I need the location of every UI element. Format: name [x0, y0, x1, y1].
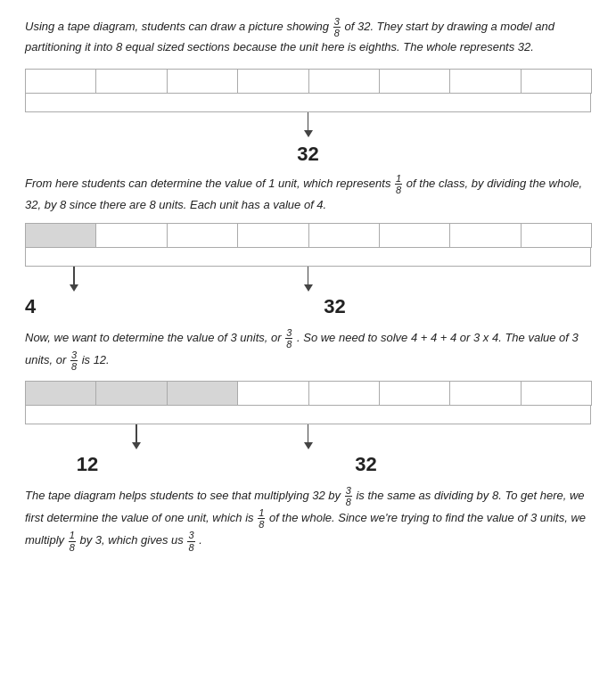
arrow-center-2 — [304, 267, 313, 292]
arrow-center-1 — [304, 112, 313, 137]
cell-1-1 — [25, 69, 96, 94]
labels-row2: 4 32 — [25, 295, 591, 318]
cell-1-7 — [449, 69, 521, 94]
arrow-container-1 — [25, 112, 591, 141]
arrow-left-2 — [70, 267, 78, 292]
label-12: 12 — [25, 453, 141, 476]
bottom-fraction1: 38 — [345, 485, 352, 507]
bottom-fraction2: 18 — [258, 507, 265, 530]
cell-3-8 — [521, 381, 592, 406]
tape-bottom-2 — [25, 247, 591, 267]
tape-top-2 — [25, 223, 591, 248]
intro-fraction: 38 — [333, 20, 345, 33]
para2-fraction: 18 — [395, 173, 402, 195]
bottom-text5: . — [199, 533, 202, 547]
tape-top-3 — [25, 381, 591, 406]
cell-2-4 — [237, 223, 308, 248]
tape-top-1 — [25, 69, 591, 94]
bottom-paragraph: The tape diagram helps students to see t… — [25, 485, 591, 553]
cell-1-2 — [95, 69, 167, 94]
bottom-text1: The tape diagram helps students to see t… — [25, 489, 341, 502]
intro-text1: Using a tape diagram, students can draw … — [25, 20, 329, 33]
cell-2-1 — [25, 223, 96, 248]
tape-diagram-1: 32 — [25, 69, 591, 166]
cell-2-8 — [521, 223, 592, 248]
cell-3-1 — [25, 381, 96, 406]
cell-2-2 — [95, 223, 167, 248]
para3-fraction1: 38 — [285, 327, 292, 350]
cell-3-6 — [379, 381, 450, 406]
cell-3-2 — [95, 381, 167, 406]
para3-fraction2: 38 — [70, 350, 78, 372]
cell-1-6 — [379, 69, 450, 94]
arrow-left3 — [132, 424, 141, 449]
cell-1-4 — [237, 69, 308, 94]
cell-2-6 — [379, 223, 450, 248]
cell-3-7 — [449, 381, 521, 406]
arrow-container-3 — [25, 424, 591, 453]
tape-diagram-2: 4 32 — [25, 223, 591, 318]
cell-3-4 — [237, 381, 308, 406]
arrow-center-3 — [304, 424, 313, 449]
cell-3-5 — [308, 381, 380, 406]
arrow-container-2 — [25, 267, 591, 295]
cell-2-5 — [308, 223, 380, 248]
para3-text1: Now, we want to determine the value of 3… — [25, 331, 282, 344]
intro-paragraph: Using a tape diagram, students can draw … — [25, 16, 591, 56]
labels-row3: 12 32 — [25, 453, 591, 476]
cell-1-5 — [308, 69, 380, 94]
cell-3-3 — [167, 381, 238, 406]
tape-bottom-3 — [25, 405, 591, 424]
label-4: 4 — [25, 295, 78, 318]
label-32-2: 32 — [78, 295, 591, 318]
cell-1-8 — [521, 69, 592, 94]
bottom-fraction4: 38 — [187, 530, 194, 552]
para2: From here students can determine the val… — [25, 173, 591, 213]
para3: Now, we want to determine the value of 3… — [25, 327, 591, 372]
bottom-fraction3: 18 — [69, 530, 76, 552]
cell-2-7 — [449, 223, 521, 248]
tape-diagram-3: 12 32 — [25, 381, 591, 476]
para3-text3: is 12. — [82, 353, 110, 366]
cell-1-3 — [167, 69, 238, 94]
label-32-1: 32 — [25, 143, 591, 166]
para2-text1: From here students can determine the val… — [25, 177, 390, 190]
label-32-3: 32 — [141, 453, 591, 476]
cell-2-3 — [167, 223, 238, 248]
bottom-text4: by 3, which gives us — [79, 533, 183, 547]
tape-bottom-1 — [25, 93, 591, 112]
